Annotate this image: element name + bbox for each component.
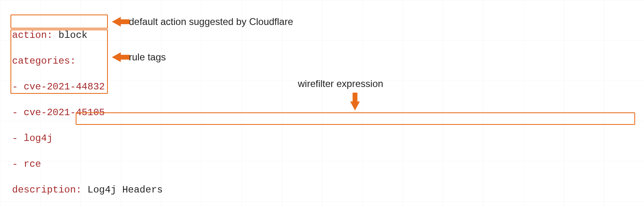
key-categories: categories: <box>12 56 76 66</box>
annotation-tags: rule tags <box>112 51 166 64</box>
arrow-left-icon <box>112 52 121 62</box>
arrow-down-icon <box>350 101 360 110</box>
annotation-expression-text: wirefilter expression <box>298 78 383 89</box>
cat-item-1: - cve-2021-45105 <box>12 107 105 118</box>
yaml-code-block: action: block categories: - cve-2021-448… <box>12 16 598 207</box>
cat-item-3: - rce <box>12 159 41 170</box>
val-description: Log4j Headers <box>82 184 163 195</box>
key-action: action: <box>12 30 53 41</box>
arrow-left-icon <box>112 17 121 27</box>
annotation-action: default action suggested by Cloudflare <box>112 15 293 28</box>
annotation-expression: wirefilter expression <box>298 77 383 90</box>
annotation-action-text: default action suggested by Cloudflare <box>129 15 293 28</box>
cat-item-0: - cve-2021-44832 <box>12 81 105 92</box>
cat-item-2: - log4j <box>12 133 53 144</box>
key-description: description: <box>12 184 82 195</box>
annotation-tags-text: rule tags <box>129 51 166 64</box>
val-action: block <box>53 30 87 41</box>
